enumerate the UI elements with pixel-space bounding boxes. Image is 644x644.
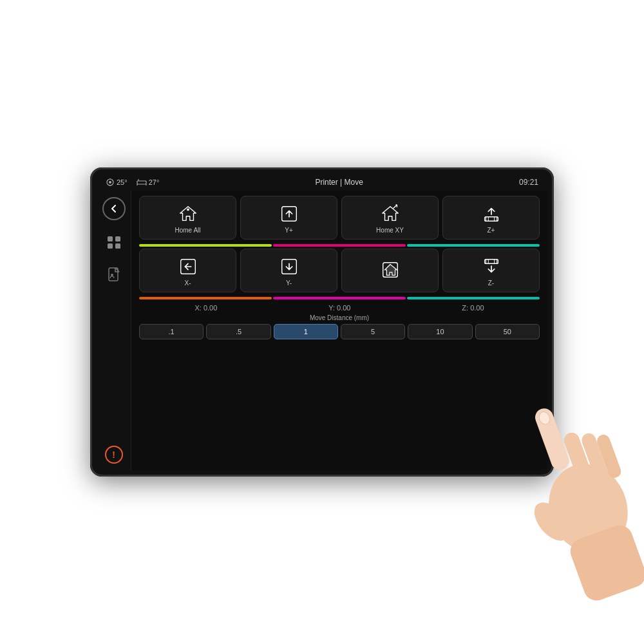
hotend-temp-value: 25° [117, 178, 128, 186]
bar-magenta [273, 297, 406, 299]
svg-rect-10 [108, 243, 113, 249]
svg-line-16 [393, 204, 397, 208]
file-icon[interactable] [104, 264, 124, 285]
home-all-label: Home All [175, 227, 200, 234]
bar-teal2 [407, 297, 540, 299]
sidebar: ! [97, 191, 131, 470]
bed-temp-value: 27° [149, 178, 160, 186]
status-title: Printer | Move [315, 178, 363, 187]
y-position-value: Y: 0.00 [328, 304, 350, 312]
bar-pink [273, 244, 406, 247]
position-display: X: 0.00 Y: 0.00 Z: 0.00 [139, 304, 540, 312]
center-panel: Home All Y+ [131, 191, 547, 470]
y-plus-label: Y+ [285, 227, 293, 234]
home-z-icon [380, 260, 401, 280]
z-minus-button[interactable]: Z- [442, 249, 540, 292]
y-plus-button[interactable]: Y+ [240, 196, 337, 240]
hotend-temp: 25° [106, 178, 128, 187]
y-minus-label: Y- [286, 279, 292, 287]
svg-rect-19 [484, 216, 498, 221]
menu-icon[interactable] [104, 232, 124, 252]
z-plus-label: Z+ [488, 227, 495, 234]
top-buttons-row: Home All Y+ [139, 196, 540, 240]
svg-rect-8 [108, 236, 113, 242]
dist-btn-05[interactable]: .5 [206, 324, 270, 339]
bottom-buttons-row: X- Y- [139, 249, 540, 292]
alert-button[interactable]: ! [105, 446, 123, 464]
svg-rect-4 [137, 181, 146, 184]
grid-icon [106, 235, 122, 249]
color-bars-top [139, 244, 540, 247]
x-position-value: X: 0.00 [194, 304, 217, 312]
dist-btn-1[interactable]: 1 [274, 324, 338, 339]
svg-rect-36 [580, 431, 610, 484]
svg-point-13 [111, 274, 113, 276]
x-minus-button[interactable]: X- [139, 249, 236, 292]
home-z-button[interactable] [341, 249, 439, 292]
device: 25° 27° Printer | Move 09:21 [90, 167, 554, 477]
z-position-value: Z: 0.00 [462, 304, 484, 312]
scene: 25° 27° Printer | Move 09:21 [32, 97, 612, 547]
svg-rect-38 [567, 522, 644, 604]
file-icon-svg [107, 267, 121, 282]
z-plus-button[interactable]: Z+ [442, 196, 540, 240]
home-all-button[interactable]: Home All [139, 196, 236, 240]
y-minus-icon [279, 256, 299, 277]
distance-buttons: .1 .5 1 5 10 [139, 324, 540, 339]
z-plus-icon [481, 204, 502, 224]
dist-btn-10[interactable]: 10 [408, 324, 472, 339]
status-left: 25° 27° [106, 178, 159, 187]
home-all-icon [178, 204, 198, 224]
z-minus-icon [481, 256, 502, 277]
dist-btn-01[interactable]: .1 [139, 324, 204, 339]
move-distance-section: Move Distance (mm) .1 .5 1 [139, 314, 540, 339]
svg-rect-35 [562, 430, 595, 487]
z-position: Z: 0.00 [462, 304, 484, 312]
z-minus-label: Z- [488, 279, 494, 287]
dist-btn-50[interactable]: 50 [475, 324, 540, 339]
svg-rect-11 [115, 243, 120, 249]
svg-rect-12 [109, 268, 118, 281]
home-xy-button[interactable]: Home XY [341, 196, 439, 240]
x-position: X: 0.00 [194, 304, 217, 312]
home-xy-icon [380, 204, 401, 224]
main-content: ! Home A [97, 191, 547, 470]
hotend-icon [106, 178, 115, 187]
bar-orange [139, 297, 272, 299]
status-time: 09:21 [519, 178, 538, 187]
home-xy-label: Home XY [376, 227, 404, 234]
dist-btn-5[interactable]: 5 [341, 324, 405, 339]
back-icon [108, 203, 120, 214]
bed-temp: 27° [137, 178, 160, 186]
svg-point-14 [187, 208, 189, 211]
move-distance-label: Move Distance (mm) [139, 314, 540, 321]
svg-rect-9 [115, 236, 120, 242]
status-bar: 25° 27° Printer | Move 09:21 [97, 174, 547, 191]
bar-teal [407, 244, 540, 247]
screen: 25° 27° Printer | Move 09:21 [97, 174, 547, 470]
svg-rect-27 [484, 259, 498, 263]
alert-icon: ! [112, 450, 115, 460]
y-minus-button[interactable]: Y- [240, 249, 337, 292]
svg-point-1 [109, 181, 111, 184]
svg-rect-37 [595, 433, 623, 480]
x-minus-label: X- [185, 279, 191, 287]
back-button[interactable] [102, 197, 126, 220]
color-bars-bottom [139, 297, 540, 299]
y-position: Y: 0.00 [328, 304, 350, 312]
x-minus-icon [178, 256, 198, 277]
bed-icon [137, 178, 147, 186]
bar-green [139, 244, 272, 247]
svg-point-34 [527, 496, 576, 547]
y-plus-icon [279, 204, 299, 224]
